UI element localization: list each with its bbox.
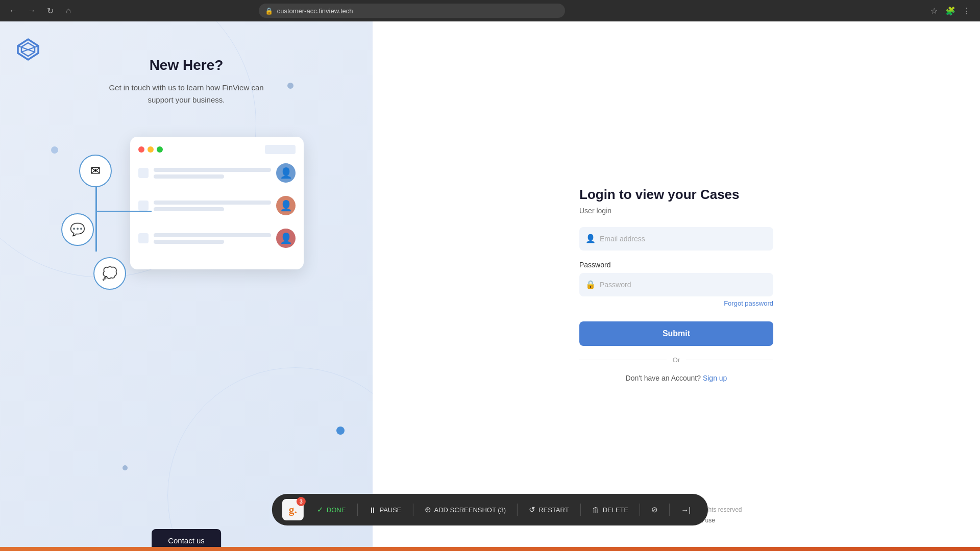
bottom-toolbar: g. 3 ✓ DONE ⏸ PAUSE ⊕ ADD SCREENSHOT (3)… xyxy=(272,494,708,525)
left-content: New Here? Get in touch with us to learn … xyxy=(105,57,268,106)
toolbar-divider-2 xyxy=(413,504,413,516)
or-text: Or xyxy=(673,356,680,364)
restart-label: RESTART xyxy=(538,506,569,514)
lock-field-icon: 🔒 xyxy=(585,280,596,289)
email-icon: 👤 xyxy=(585,234,596,243)
delete-button[interactable]: 🗑 DELETE xyxy=(585,502,636,518)
mock-dot-yellow xyxy=(148,146,154,153)
toolbar-badge: 3 xyxy=(297,497,306,506)
mock-line-2b xyxy=(154,207,224,211)
lock-icon: 🔒 xyxy=(265,7,273,15)
mock-line-3a xyxy=(154,233,271,237)
left-title: New Here? xyxy=(105,57,268,73)
hide-icon: ⊘ xyxy=(651,505,658,514)
mock-line-1b xyxy=(154,174,224,179)
arrow-icon: →| xyxy=(681,506,691,514)
mock-avatar-1: 👤 xyxy=(276,163,296,183)
mock-row-3: 👤 xyxy=(138,226,296,251)
mock-avatar-2: 👤 xyxy=(276,196,296,215)
mock-card-header xyxy=(138,145,296,154)
toolbar-divider-6 xyxy=(669,504,670,516)
toolbar-divider-4 xyxy=(580,504,581,516)
address-bar[interactable]: 🔒 customer-acc.finview.tech xyxy=(259,4,565,18)
login-title: Login to view your Cases xyxy=(579,187,773,203)
toolbar-divider-5 xyxy=(640,504,640,516)
left-panel: New Here? Get in touch with us to learn … xyxy=(0,21,373,547)
signup-link[interactable]: Sign up xyxy=(703,374,727,382)
done-label: DONE xyxy=(327,506,346,514)
mock-dot-green xyxy=(157,146,163,153)
decor-dot-1 xyxy=(287,83,293,89)
dashboard-illustration: ✉ 💬 💭 xyxy=(79,127,293,290)
connector-h1 xyxy=(95,211,152,212)
main-layout: New Here? Get in touch with us to learn … xyxy=(0,21,980,547)
orange-bottom-bar xyxy=(0,547,980,551)
mock-lines-2 xyxy=(154,201,271,211)
mock-line-3b xyxy=(154,240,224,244)
browser-chrome: ← → ↻ ⌂ 🔒 customer-acc.finview.tech ☆ 🧩 … xyxy=(0,0,980,21)
bookmark-button[interactable]: ☆ xyxy=(927,4,941,18)
restart-button[interactable]: ↺ RESTART xyxy=(522,501,576,518)
mock-avatar-3: 👤 xyxy=(276,229,296,248)
add-screenshot-button[interactable]: ⊕ ADD SCREENSHOT (3) xyxy=(418,501,513,518)
toolbar-divider-1 xyxy=(357,504,357,516)
forgot-password-link[interactable]: Forgot password xyxy=(579,299,773,307)
mock-checkbox-2 xyxy=(138,201,149,211)
done-button[interactable]: ✓ DONE xyxy=(310,501,353,518)
restart-icon: ↺ xyxy=(529,505,535,514)
comment-icon-circle: 💭 xyxy=(93,257,126,290)
email-input-wrapper: 👤 xyxy=(579,227,773,251)
add-screenshot-icon: ⊕ xyxy=(425,505,431,514)
browser-actions: ☆ 🧩 ⋮ xyxy=(927,4,974,18)
mock-lines-1 xyxy=(154,168,271,179)
login-container: Login to view your Cases User login 👤 Pa… xyxy=(579,187,773,382)
connector-v2 xyxy=(95,211,97,252)
mock-line-1a xyxy=(154,168,271,172)
extensions-button[interactable]: 🧩 xyxy=(943,4,958,18)
mock-dashboard-card: 👤 👤 xyxy=(130,137,304,269)
email-icon-circle: ✉ xyxy=(79,155,112,187)
password-input-wrapper: 🔒 xyxy=(579,273,773,296)
home-button[interactable]: ⌂ xyxy=(61,4,76,18)
menu-button[interactable]: ⋮ xyxy=(960,4,974,18)
hide-button[interactable]: ⊘ xyxy=(644,501,665,518)
pause-button[interactable]: ⏸ PAUSE xyxy=(361,502,408,518)
mock-lines-3 xyxy=(154,233,271,244)
decor-dot-4 xyxy=(122,465,128,470)
decor-dot-3 xyxy=(336,427,345,435)
mock-row-1: 👤 xyxy=(138,160,296,186)
left-subtitle: Get in touch with us to learn how FinVie… xyxy=(105,82,268,106)
contact-button[interactable]: Contact us xyxy=(152,529,221,547)
email-input[interactable] xyxy=(579,227,773,251)
right-panel: Login to view your Cases User login 👤 Pa… xyxy=(373,21,980,547)
arrow-button[interactable]: →| xyxy=(674,502,698,518)
g-letter: g. xyxy=(289,503,298,516)
pause-label: PAUSE xyxy=(379,506,401,514)
svg-line-3 xyxy=(21,46,38,52)
mock-dot-red xyxy=(138,146,144,153)
done-icon: ✓ xyxy=(317,505,324,514)
toolbar-divider-3 xyxy=(517,504,518,516)
divider-line-left xyxy=(579,360,667,360)
back-button[interactable]: ← xyxy=(6,4,20,18)
g-logo: g. 3 xyxy=(282,499,304,520)
password-form-group: Password 🔒 Forgot password xyxy=(579,261,773,307)
or-divider: Or xyxy=(579,356,773,364)
mock-checkbox-1 xyxy=(138,168,149,178)
submit-button[interactable]: Submit xyxy=(579,321,773,346)
svg-line-2 xyxy=(18,46,35,52)
logo xyxy=(15,37,41,62)
email-form-group: 👤 xyxy=(579,227,773,251)
signup-text: Don't have an Account? Sign up xyxy=(579,374,773,382)
mock-search-bar xyxy=(265,145,296,154)
url-text: customer-acc.finview.tech xyxy=(277,7,353,15)
mock-line-2a xyxy=(154,201,271,205)
divider-line-right xyxy=(686,360,773,360)
refresh-button[interactable]: ↻ xyxy=(43,4,57,18)
delete-label: DELETE xyxy=(603,506,629,514)
password-input[interactable] xyxy=(579,273,773,296)
add-screenshot-label: ADD SCREENSHOT (3) xyxy=(434,506,506,514)
forward-button[interactable]: → xyxy=(24,4,39,18)
chat-icon-circle: 💬 xyxy=(61,213,94,246)
decor-dot-2 xyxy=(51,146,58,154)
